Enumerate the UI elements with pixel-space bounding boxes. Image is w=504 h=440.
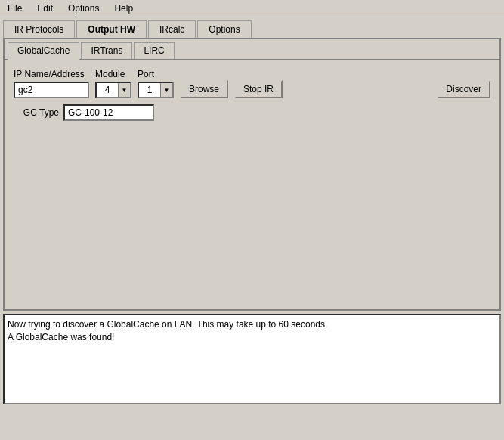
outer-tab-bar: IR Protocols Output HW IRcalc Options xyxy=(0,17,504,38)
discover-button[interactable]: Discover xyxy=(437,80,490,98)
tab-ir-protocols[interactable]: IR Protocols xyxy=(3,20,75,38)
menu-edit[interactable]: Edit xyxy=(32,2,57,15)
tab-globalcache[interactable]: GlobalCache xyxy=(8,42,79,60)
main-panel: GlobalCache IRTrans LIRC IP Name/Address… xyxy=(3,38,501,311)
port-group: Port 1 ▼ xyxy=(138,69,174,98)
status-line-1: Now trying to discover a GlobalCache on … xyxy=(8,318,496,331)
module-group: Module 4 ▼ xyxy=(95,69,131,98)
port-label: Port xyxy=(138,69,174,79)
status-line-2: A GlobalCache was found! xyxy=(8,331,496,344)
browse-button[interactable]: Browse xyxy=(180,80,228,98)
port-dropdown-btn[interactable]: ▼ xyxy=(160,83,172,97)
gc-type-row: GC Type xyxy=(14,104,490,121)
tab-lirc[interactable]: LIRC xyxy=(134,42,174,59)
module-value: 4 xyxy=(97,83,118,97)
port-value: 1 xyxy=(139,83,160,97)
menu-help[interactable]: Help xyxy=(110,2,138,15)
menu-file[interactable]: File xyxy=(3,2,26,15)
gc-type-label: GC Type xyxy=(14,107,59,118)
ip-group: IP Name/Address xyxy=(14,69,89,98)
port-select-wrapper: 1 ▼ xyxy=(138,82,174,98)
ip-label: IP Name/Address xyxy=(14,69,89,79)
panel-content: IP Name/Address Module 4 ▼ Port 1 ▼ Brow… xyxy=(5,60,499,309)
module-label: Module xyxy=(95,69,131,79)
stop-ir-button[interactable]: Stop IR xyxy=(234,80,283,98)
module-select-wrapper: 4 ▼ xyxy=(95,82,131,98)
gc-type-input[interactable] xyxy=(63,104,154,121)
menu-bar: File Edit Options Help xyxy=(0,0,504,17)
tab-output-hw[interactable]: Output HW xyxy=(76,20,147,38)
tab-ircalc[interactable]: IRcalc xyxy=(148,20,196,38)
status-panel: Now trying to discover a GlobalCache on … xyxy=(3,314,501,404)
module-dropdown-btn[interactable]: ▼ xyxy=(118,83,130,97)
tab-options[interactable]: Options xyxy=(197,20,251,38)
tab-irtrans[interactable]: IRTrans xyxy=(81,42,132,59)
ip-input[interactable] xyxy=(14,82,89,98)
menu-options[interactable]: Options xyxy=(63,2,104,15)
inner-tab-bar: GlobalCache IRTrans LIRC xyxy=(5,39,499,60)
